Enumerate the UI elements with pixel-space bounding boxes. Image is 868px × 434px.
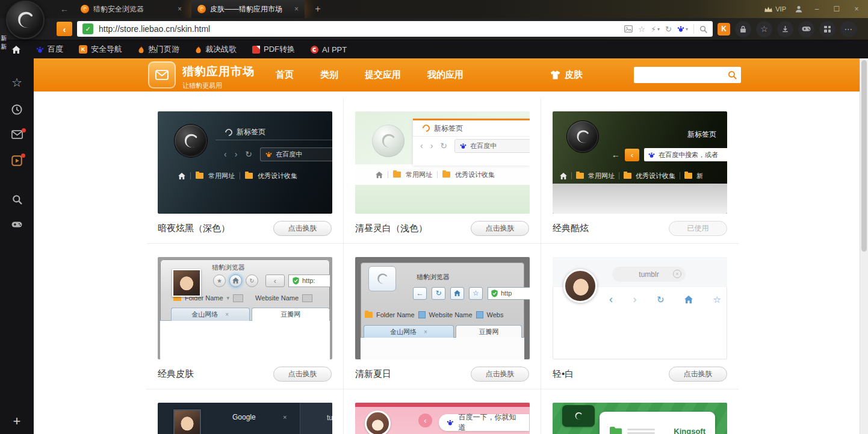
forward-icon: › [430, 141, 433, 150]
kingsoft-badge[interactable]: K [718, 23, 730, 36]
bookmark-web-games[interactable]: 热门页游 [138, 44, 179, 55]
history-icon[interactable] [0, 104, 34, 115]
preview-window-title: 猎豹浏览器 [212, 263, 245, 272]
skin-preview-light-day[interactable]: 新标签页 ‹ › ↻ 在百度中 常 [355, 111, 530, 214]
cheetah-logo-icon [368, 266, 396, 291]
skin-preview-partial[interactable]: Kingsoft [553, 403, 727, 434]
nav-home[interactable]: 首页 [276, 69, 294, 81]
skin-card: 新标签页 ‹ › ↻ 在百度中 常用网址 优秀设计收集 [146, 98, 344, 244]
nav-my-apps[interactable]: 我的应用 [427, 69, 463, 81]
k-icon: K [79, 45, 87, 54]
vip-button[interactable]: VIP [764, 5, 786, 13]
home-icon[interactable] [12, 46, 20, 54]
apply-skin-button[interactable]: 点击换肤 [669, 367, 727, 382]
paw-icon [447, 419, 454, 426]
store-search [634, 67, 741, 83]
star-icon: ☆ [469, 287, 483, 300]
bookmark-pdf[interactable]: PDF转换 [252, 44, 295, 55]
store-logo[interactable] [148, 61, 176, 88]
minimize-button[interactable]: – [811, 5, 822, 13]
folder-icon [609, 426, 622, 434]
speed-boost-icon[interactable]: ⚡▾ [651, 25, 660, 34]
store-title-block: 猎豹应用市场 让猎豹更易用 [182, 64, 255, 90]
apply-skin-button[interactable]: 点击换肤 [471, 367, 529, 382]
games-icon[interactable] [0, 221, 34, 228]
scrollbar[interactable] [860, 58, 868, 434]
messages-icon[interactable] [0, 130, 34, 139]
liebao-favicon [197, 5, 206, 13]
browser-logo[interactable] [6, 1, 45, 39]
avatar [365, 411, 391, 434]
nav-categories[interactable]: 类别 [320, 69, 338, 81]
tab-bar-back-icon[interactable]: ← [60, 4, 69, 14]
apply-skin-button[interactable]: 点击换肤 [471, 221, 529, 236]
tab-bar: ← 猎豹安全浏览器 × 皮肤——猎豹应用市场 × + VIP – ☐ × [0, 0, 868, 18]
bookmark-baidu[interactable]: 百度 [36, 44, 63, 55]
tab-skin-store[interactable]: 皮肤——猎豹应用市场 × [191, 0, 305, 18]
favorites-icon[interactable]: ☆ [0, 75, 34, 90]
close-button[interactable]: × [851, 5, 862, 13]
cheetah-logo-icon [562, 405, 595, 427]
scrollbar-thumb[interactable] [861, 60, 867, 252]
new-tab-button[interactable]: + [311, 2, 325, 16]
back-icon: ← [612, 150, 620, 160]
store-search-input[interactable] [634, 67, 741, 83]
store-title: 猎豹应用市场 [182, 64, 255, 79]
search-icon[interactable] [0, 194, 34, 205]
favorites-button[interactable]: ☆ [756, 21, 772, 37]
apps-button[interactable] [819, 21, 835, 37]
folder-icon [245, 173, 253, 179]
image-mode-icon[interactable] [624, 25, 633, 33]
url-field[interactable]: ✓ ☆ ⚡▾ ↻ ▾ [77, 21, 713, 37]
bookmark-game-caijue[interactable]: 裁决战歌 [195, 44, 237, 55]
apply-skin-button[interactable]: 点击换肤 [273, 367, 332, 382]
preview-tab: tu [300, 403, 332, 434]
brand-label: Kingsoft [674, 427, 705, 434]
bookmark-safe-nav[interactable]: K 安全导航 [79, 44, 122, 55]
refresh-icon: ↻ [657, 294, 665, 305]
skin-list: 新标签页 ‹ › ↻ 在百度中 常用网址 优秀设计收集 [34, 91, 860, 434]
star-icon: ★ [213, 274, 226, 287]
home-icon [178, 173, 185, 179]
add-sidebar-button[interactable]: + [0, 414, 34, 429]
tab-close-icon[interactable]: × [294, 5, 299, 13]
url-input[interactable] [99, 24, 619, 34]
back-icon: ‹ [224, 149, 227, 159]
lock-button[interactable] [735, 21, 751, 37]
newtab-icon [421, 123, 432, 134]
search-go-icon[interactable] [699, 25, 707, 33]
download-button[interactable] [777, 21, 793, 37]
apply-skin-button[interactable]: 点击换肤 [273, 221, 332, 236]
skin-preview-partial[interactable]: Google × tu [158, 403, 332, 434]
nav-submit-app[interactable]: 提交应用 [365, 69, 401, 81]
favorite-star-icon[interactable]: ☆ [638, 25, 645, 34]
tab-liebao-home[interactable]: 猎豹安全浏览器 × [75, 0, 188, 18]
bookmark-ai-ppt[interactable]: AI PPT [311, 45, 347, 54]
store-subtitle: 让猎豹更易用 [182, 81, 255, 90]
games-button[interactable] [798, 21, 814, 37]
back-button[interactable]: ‹ [57, 22, 72, 36]
skin-preview-partial[interactable]: ‹ 百度一下，你就知道 [355, 403, 530, 434]
skin-preview-dark-night[interactable]: 新标签页 ‹ › ↻ 在百度中 常用网址 优秀设计收集 [158, 111, 332, 214]
preview-bookmarks: 常用网址 优秀设计收集 [178, 169, 332, 182]
skin-preview-classic[interactable]: 猎豹浏览器 ★ ↻ ‹ http: Folder Name ▾ [158, 257, 332, 359]
mobile-connect-icon[interactable] [0, 155, 34, 166]
menu-button[interactable]: ⋯ [840, 21, 857, 37]
skin-in-use-button[interactable]: 已使用 [669, 221, 727, 236]
skin-preview-light-white[interactable]: tumblr × ‹ › ↻ ☆ [553, 257, 727, 359]
folder-icon [393, 172, 401, 178]
store-search-icon[interactable] [728, 70, 737, 79]
search-engine-icon[interactable]: ▾ [677, 25, 688, 33]
maximize-button[interactable]: ☐ [831, 5, 842, 13]
skin-preview-classic-cool[interactable]: 新标签页 ← ‹ 在百度中搜索，或者 常用网址 优秀设计收集 新 [553, 111, 727, 214]
avatar [173, 409, 201, 434]
nav-skins-current[interactable]: 皮肤 [550, 58, 583, 91]
tab-close-icon[interactable]: × [178, 5, 182, 13]
pdf-icon [252, 46, 260, 54]
forward-icon: › [633, 293, 636, 306]
folder-icon [576, 173, 584, 179]
refresh-icon[interactable]: ↻ [665, 25, 672, 34]
skin-preview-fresh-summer[interactable]: 猎豹浏览器 ← ↻ ☆ http Folder Name Website Nam… [355, 257, 530, 359]
account-icon[interactable] [795, 5, 802, 13]
tab-label: 皮肤——猎豹应用市场 [210, 4, 282, 14]
